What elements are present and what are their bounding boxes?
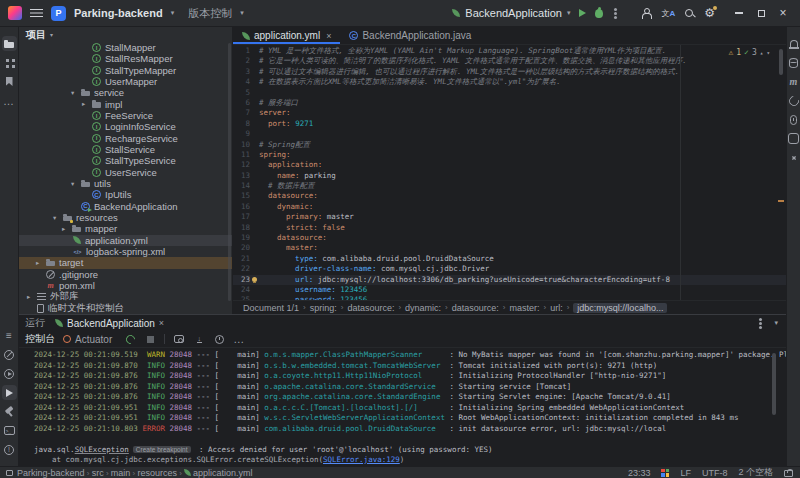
hide-panel-icon[interactable]: ▾ bbox=[774, 319, 778, 327]
tab-application-yml[interactable]: application.yml× bbox=[233, 27, 340, 44]
inspections-widget[interactable]: ⚠ 1 ✓ 3 ▴ ▾ bbox=[728, 48, 770, 58]
minimize-button[interactable] bbox=[728, 3, 750, 23]
tab-backendapplication-java[interactable]: CBackendApplication.java bbox=[340, 27, 480, 44]
commit-icon[interactable] bbox=[2, 347, 17, 362]
chevron-down-icon[interactable]: ▾ bbox=[171, 9, 175, 17]
tree-item[interactable]: IStallTypeService bbox=[19, 155, 232, 166]
run-tab[interactable]: BackendApplication × bbox=[55, 318, 164, 329]
tree-item[interactable]: .gitignore bbox=[19, 269, 232, 280]
breadcrumb-item[interactable]: Document 1/1 bbox=[243, 303, 299, 313]
gradle-icon[interactable] bbox=[786, 93, 800, 108]
intention-bulb-icon[interactable] bbox=[252, 277, 257, 282]
project-scrollbar[interactable] bbox=[228, 43, 231, 301]
search-icon[interactable] bbox=[684, 8, 695, 19]
more-icon[interactable]: … bbox=[233, 333, 245, 345]
chevron-down-icon[interactable]: ▾ bbox=[71, 89, 81, 97]
console-scrollbar[interactable] bbox=[772, 353, 776, 415]
status-path-item[interactable]: Parking-backend bbox=[17, 468, 85, 478]
terminal-icon[interactable]: >_ bbox=[2, 423, 17, 438]
run-config-selector[interactable]: BackendApplication ▾ bbox=[452, 7, 570, 19]
file-encoding[interactable]: UTF-8 bbox=[702, 468, 728, 478]
line-ending[interactable]: LF bbox=[680, 468, 691, 478]
tree-item[interactable]: IUserMapper bbox=[19, 76, 232, 87]
close-icon[interactable]: × bbox=[159, 318, 164, 328]
ai-assistant-icon[interactable] bbox=[786, 131, 800, 146]
chevron-down-icon[interactable]: ▾ bbox=[53, 214, 63, 222]
tree-item[interactable]: IStallService bbox=[19, 144, 232, 155]
status-path-item[interactable]: application.yml bbox=[184, 468, 253, 478]
debug-button[interactable] bbox=[595, 9, 603, 18]
project-icon[interactable] bbox=[2, 36, 17, 51]
maven-icon[interactable]: m bbox=[786, 74, 800, 89]
tree-item[interactable]: ▸mapper bbox=[19, 223, 232, 234]
tree-item[interactable]: ▸impl bbox=[19, 99, 232, 110]
more-actions-icon[interactable] bbox=[614, 12, 617, 15]
problems-icon[interactable]: ! bbox=[2, 442, 17, 457]
status-path-item[interactable]: resources bbox=[137, 468, 177, 478]
breadcrumb-item[interactable]: master: bbox=[509, 303, 539, 313]
breadcrumb-item[interactable]: dynamic: bbox=[405, 303, 441, 313]
vcs-widget[interactable]: 版本控制 bbox=[188, 6, 232, 21]
tree-item[interactable]: </>logback-spring.xml bbox=[19, 246, 232, 257]
tree-item[interactable]: CIpUtils bbox=[19, 189, 232, 200]
breadcrumb-item[interactable]: datasource: bbox=[347, 303, 394, 313]
tree-item[interactable]: IStallTypeMapper bbox=[19, 65, 232, 76]
tree-item[interactable]: IStallMapper bbox=[19, 42, 232, 53]
tree-item[interactable]: IFeeService bbox=[19, 110, 232, 121]
import-icon[interactable]: ↓ bbox=[193, 333, 205, 345]
tree-item[interactable]: CBackendApplication bbox=[19, 201, 232, 212]
sparkle-icon[interactable] bbox=[786, 150, 800, 165]
prev-problem-icon[interactable]: ▴ bbox=[760, 48, 764, 58]
exception-class-link[interactable]: SQLException bbox=[75, 445, 129, 454]
chevron-right-icon[interactable]: ▸ bbox=[36, 259, 46, 267]
tab-console[interactable]: 控制台 bbox=[25, 332, 55, 346]
cursor-position[interactable]: 23:33 bbox=[628, 468, 651, 478]
warning-stripe-marker[interactable] bbox=[778, 200, 784, 202]
bookmarks-icon[interactable] bbox=[2, 74, 17, 89]
create-breakpoint-chip[interactable]: Create breakpoint bbox=[133, 446, 191, 453]
rerun-icon[interactable] bbox=[124, 333, 136, 345]
tree-item[interactable]: ILoginInfoService bbox=[19, 121, 232, 132]
notifications-icon[interactable] bbox=[786, 36, 800, 51]
tree-item[interactable]: mpom.xml bbox=[19, 280, 232, 291]
history-icon[interactable] bbox=[213, 333, 225, 345]
tree-item[interactable]: ▸target bbox=[19, 257, 232, 268]
close-icon[interactable]: × bbox=[326, 31, 331, 41]
next-problem-icon[interactable]: ▾ bbox=[766, 48, 770, 58]
breadcrumb-item[interactable]: datasource: bbox=[452, 303, 499, 313]
breadcrumb-item[interactable]: url: bbox=[550, 303, 563, 313]
editor[interactable]: 1# YML 是一种文件格式, 全称为YAML (YAML Ain't Mark… bbox=[233, 45, 786, 300]
tree-item[interactable]: IStallResMapper bbox=[19, 53, 232, 64]
chevron-down-icon[interactable]: ▾ bbox=[71, 180, 81, 188]
project-panel-header[interactable]: 项目 ▾ bbox=[19, 27, 232, 42]
screenshot-icon[interactable] bbox=[173, 333, 185, 345]
tree-item[interactable]: 临时文件和控制台 bbox=[19, 303, 232, 314]
editor-scrollbar[interactable] bbox=[779, 49, 783, 75]
close-button[interactable]: × bbox=[772, 3, 794, 23]
tree-item[interactable]: ▾resources bbox=[19, 212, 232, 223]
status-path-item[interactable]: src bbox=[92, 468, 104, 478]
run-icon[interactable] bbox=[2, 385, 17, 400]
run-button[interactable] bbox=[579, 9, 586, 17]
translate-icon[interactable]: 文A bbox=[661, 8, 675, 19]
structure-icon[interactable] bbox=[2, 55, 17, 70]
more-icon[interactable]: … bbox=[2, 93, 17, 108]
code-with-me-icon[interactable] bbox=[641, 8, 652, 19]
chevron-down-icon[interactable]: ▾ bbox=[240, 9, 244, 17]
endpoints-icon[interactable] bbox=[786, 112, 800, 127]
more-icon[interactable] bbox=[759, 322, 762, 325]
indent-setting[interactable]: 2 个空格 bbox=[738, 466, 773, 478]
tree-item[interactable]: application.yml bbox=[19, 235, 232, 246]
maximize-button[interactable] bbox=[750, 3, 772, 23]
project-name[interactable]: Parking-backend bbox=[74, 7, 163, 19]
chevron-right-icon[interactable]: ▸ bbox=[62, 225, 72, 233]
status-path-item[interactable]: main bbox=[111, 468, 131, 478]
build-icon[interactable] bbox=[2, 404, 17, 419]
main-menu-icon[interactable] bbox=[30, 9, 43, 18]
console-output[interactable]: 2024-12-25 00:21:09.519 WARN 28048 --- [… bbox=[19, 348, 786, 466]
tree-item[interactable]: IRechargeService bbox=[19, 133, 232, 144]
stacktrace-link[interactable]: SQLError.java:129 bbox=[323, 455, 400, 464]
breadcrumb-item[interactable]: spring: bbox=[310, 303, 337, 313]
database-icon[interactable] bbox=[786, 55, 800, 70]
tree-item[interactable]: ▾service bbox=[19, 87, 232, 98]
